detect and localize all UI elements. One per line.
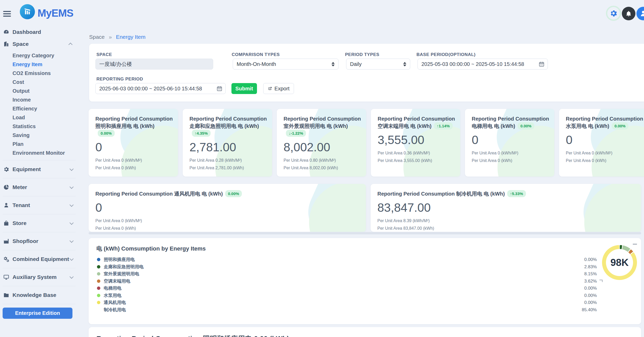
sidebar-item-environment-monitor[interactable]: Environment Monitor xyxy=(0,148,78,157)
sidebar-item-statistics[interactable]: Statistics xyxy=(0,122,78,131)
sidebar-item-cost[interactable]: Cost xyxy=(0,78,78,86)
card-value: 83,847.00 xyxy=(377,201,636,215)
sidebar-item-equipment[interactable]: Equipment xyxy=(0,163,78,175)
sidebar-item-tenant[interactable]: Tenant xyxy=(0,199,78,211)
reporting-period-label: REPORTING PERIOD xyxy=(96,77,143,82)
sidebar-divider xyxy=(3,214,76,214)
sidebar-item-label: Knowledge Base xyxy=(13,292,72,298)
period-types-select[interactable]: Daily xyxy=(346,59,410,70)
base-period-label: BASE PERIOD(OPTIONAL) xyxy=(416,52,476,57)
consumption-card: Reporting Period Consumption 空调末端用电 电 (k… xyxy=(371,109,460,177)
per-unit-area-kwh: Per Unit Area 0 (kWh) xyxy=(472,158,549,163)
per-unit-area-kwh: Per Unit Area 83,847.00 (kWh) xyxy=(377,226,636,231)
sidebar-item-energy-item[interactable]: Energy Item xyxy=(0,60,78,69)
sidebar-item-meter[interactable]: Meter xyxy=(0,181,78,193)
gear-icon xyxy=(609,9,618,17)
legend-label: 通风机用电 xyxy=(104,299,126,305)
sidebar-divider xyxy=(3,250,76,250)
chevron-down-icon xyxy=(70,257,74,261)
sidebar-item-label: Meter xyxy=(13,184,70,190)
comparison-types-select[interactable]: Month-On-Month xyxy=(233,59,339,70)
person-icon xyxy=(3,202,9,208)
legend-item-2[interactable]: 室外景观照明用电 xyxy=(97,270,144,278)
reporting-period-input[interactable] xyxy=(95,83,226,94)
legend-item-1[interactable]: 走廊和应急照明用电 xyxy=(97,263,144,271)
legend-dot xyxy=(97,294,100,297)
sidebar-divider xyxy=(3,286,76,286)
change-badge: 0.00% xyxy=(225,190,242,197)
horizontal-scrollbar[interactable] xyxy=(89,232,641,234)
consumption-card: Reporting Period Consumption 电梯用电 电 (kWh… xyxy=(465,109,554,177)
submit-button[interactable]: Submit xyxy=(231,83,257,94)
sidebar-item-output[interactable]: Output xyxy=(0,86,78,95)
sidebar-item-energy-category[interactable]: Energy Category xyxy=(0,51,78,60)
sidebar-item-income[interactable]: Income xyxy=(0,95,78,104)
space-input[interactable] xyxy=(95,59,213,70)
legend-item-4[interactable]: 电梯用电 xyxy=(97,285,144,292)
sidebar-divider xyxy=(3,160,76,160)
comparison-types-label: COMPARISON TYPES xyxy=(232,52,280,57)
sidebar-item-plan[interactable]: Plan xyxy=(0,140,78,148)
sidebar-nav: DashboardSpaceEnergy CategoryEnergy Item… xyxy=(0,26,78,337)
calendar-icon[interactable] xyxy=(538,61,545,67)
sidebar-item-auxiliary-system[interactable]: Auxiliary System xyxy=(0,271,78,283)
bag-icon xyxy=(3,220,9,226)
donut-total-label: 98K xyxy=(610,257,629,268)
percent-value-7: 85.40% xyxy=(563,306,597,314)
sidebar-divider xyxy=(3,196,76,196)
sidebar-item-space[interactable]: Space xyxy=(0,38,78,50)
sidebar-item-load[interactable]: Load xyxy=(0,113,78,122)
card-title: Reporting Period Consumption 走廊和应急照明用电 电… xyxy=(189,115,267,137)
sidebar-item-dashboard[interactable]: Dashboard xyxy=(0,26,78,38)
sidebar-submenu: Energy CategoryEnergy ItemCO2 EmissionsC… xyxy=(0,51,78,157)
change-badge: ↑1.14% xyxy=(434,122,453,129)
consumption-card: Reporting Period Consumption 室外景观照明用电 电 … xyxy=(277,109,366,177)
legend-item-6[interactable]: 通风机用电 xyxy=(97,299,144,306)
breadcrumb-parent[interactable]: Space xyxy=(89,34,105,40)
monitor-icon xyxy=(3,274,9,280)
legend-dot xyxy=(97,308,100,311)
consumption-card: Reporting Period Consumption 走廊和应急照明用电 电… xyxy=(183,109,272,177)
card-title: Reporting Period Consumption 制冷机用电 电 (kW… xyxy=(377,190,612,197)
base-period-input[interactable] xyxy=(418,59,548,70)
legend-item-3[interactable]: 空调末端用电 xyxy=(97,278,144,285)
consumption-card: Reporting Period Consumption 照明和插座用电 电 (… xyxy=(89,109,178,177)
consumption-cards-row-1: Reporting Period Consumption 照明和插座用电 电 (… xyxy=(89,109,644,177)
sidebar-item-label: Store xyxy=(13,220,70,226)
notifications-button[interactable] xyxy=(622,7,635,20)
card-value: 0 xyxy=(95,201,361,215)
sidebar-item-knowledge-base[interactable]: Knowledge Base xyxy=(0,289,78,301)
sidebar-item-store[interactable]: Store xyxy=(0,217,78,229)
breadcrumb-current[interactable]: Energy Item xyxy=(116,34,145,40)
chevron-down-icon xyxy=(70,221,74,225)
sidebar-item-combined-equipment[interactable]: Combined Equipment xyxy=(0,253,78,265)
legend-item-0[interactable]: 照明和插座用电 xyxy=(97,256,144,263)
settings-button[interactable] xyxy=(606,6,621,21)
menu-toggle-icon[interactable] xyxy=(3,11,11,17)
enterprise-edition-button[interactable]: Enterprise Edition xyxy=(3,308,72,319)
per-unit-area-kwh: Per Unit Area 0 (kWh) xyxy=(566,158,643,163)
bell-icon xyxy=(625,10,632,17)
sidebar-item-shopfloor[interactable]: Shopfloor xyxy=(0,235,78,247)
card-value: 0 xyxy=(566,133,643,147)
card-title: Reporting Period Consumption 空调末端用电 电 (k… xyxy=(378,115,455,130)
sidebar-item-saving[interactable]: Saving xyxy=(0,131,78,140)
export-button[interactable]: Export xyxy=(263,83,294,94)
user-avatar[interactable] xyxy=(636,7,644,20)
folder-icon xyxy=(3,292,9,298)
calendar-icon[interactable] xyxy=(216,85,223,92)
chevron-down-icon xyxy=(70,274,74,279)
chevron-down-icon xyxy=(70,203,74,207)
donut-chart[interactable]: 98K xyxy=(602,245,637,280)
energy-items-chart-card: 电 (kWh) Comsumption by Energy Items 照明和插… xyxy=(89,238,641,324)
legend-item-5[interactable]: 水泵用电 xyxy=(97,292,144,299)
person-icon xyxy=(639,10,644,17)
donut-hole: 98K xyxy=(606,249,633,276)
legend-item-7[interactable]: 制冷机用电 xyxy=(97,306,144,314)
gear-icon xyxy=(3,166,9,172)
myems-logo[interactable] xyxy=(20,4,35,19)
chart-toolbox-mark xyxy=(599,280,603,282)
sidebar-item-co2-emissions[interactable]: CO2 Emissions xyxy=(0,69,78,78)
building-logo-icon xyxy=(23,7,32,16)
sidebar-item-efficiency[interactable]: Efficiency xyxy=(0,104,78,113)
